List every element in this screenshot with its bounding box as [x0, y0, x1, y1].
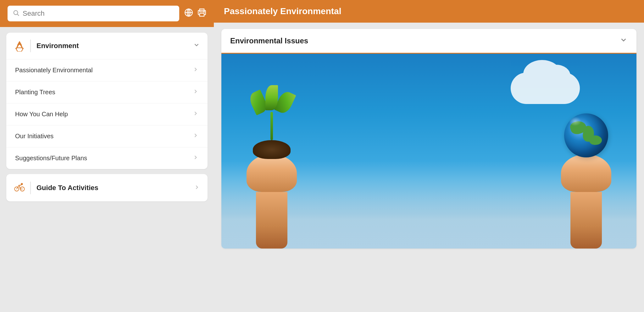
environment-chevron-down-icon [193, 41, 200, 50]
svg-line-1 [17, 14, 19, 16]
environmental-image [221, 54, 636, 249]
left-panel: ♻ Environment Passionately Environmental [0, 0, 214, 312]
leaf-center [265, 85, 278, 110]
section-divider [30, 40, 31, 52]
guide-to-activities-card[interactable]: Guide To Activities [6, 174, 208, 201]
search-header [0, 0, 214, 27]
menu-item-label: Planting Trees [15, 89, 192, 96]
search-input[interactable] [23, 9, 174, 18]
menu-item-label: How You Can Help [15, 111, 192, 118]
right-content: Environmental Issues [214, 23, 644, 312]
menu-item-label: Passionately Environmental [15, 67, 192, 74]
earth-shine [569, 117, 581, 126]
chevron-right-icon [192, 110, 199, 118]
menu-item-label: Our Initiatives [15, 133, 192, 140]
earth-globe [564, 113, 608, 157]
chevron-right-icon [192, 132, 199, 140]
content-card-header[interactable]: Environmental Issues [221, 29, 636, 54]
environment-card: ♻ Environment Passionately Environmental [6, 33, 208, 169]
svg-point-11 [21, 183, 23, 185]
right-hand-earth [561, 113, 611, 249]
plant-stem [270, 112, 273, 140]
palm-left [247, 154, 297, 192]
plant-soil [253, 140, 291, 159]
page-title: Passionately Environmental [224, 6, 341, 16]
content-chevron-down-icon [619, 36, 628, 46]
content-card: Environmental Issues [221, 29, 636, 249]
svg-point-8 [204, 11, 204, 12]
activities-divider [30, 182, 31, 194]
palm-right [561, 154, 611, 192]
chevron-right-icon [192, 66, 199, 74]
chevron-right-icon [192, 88, 199, 96]
menu-item-passionately-environmental[interactable]: Passionately Environmental [6, 59, 208, 81]
environment-section-header[interactable]: ♻ Environment [6, 33, 208, 59]
cloud-decoration [511, 73, 580, 104]
left-content: ♻ Environment Passionately Environmental [0, 27, 214, 312]
right-header: Passionately Environmental [214, 0, 644, 23]
svg-point-0 [14, 11, 18, 15]
menu-item-label: Suggestions/Future Plans [15, 155, 192, 162]
menu-item-how-you-can-help[interactable]: How You Can Help [6, 103, 208, 125]
header-icons [184, 8, 206, 19]
guide-to-activities-title: Guide To Activities [36, 184, 194, 192]
menu-item-suggestions-future-plans[interactable]: Suggestions/Future Plans [6, 147, 208, 169]
content-card-title: Environmental Issues [230, 36, 619, 45]
print-icon[interactable] [197, 8, 206, 19]
bike-icon [14, 181, 25, 194]
environment-title: Environment [36, 42, 193, 50]
menu-item-planting-trees[interactable]: Planting Trees [6, 81, 208, 103]
left-hand-plant [247, 88, 297, 249]
menu-item-our-initiatives[interactable]: Our Initiatives [6, 125, 208, 147]
land-mass-3 [589, 135, 602, 145]
recycle-icon: ♻ [14, 40, 25, 52]
guide-chevron-right-icon [194, 184, 200, 192]
search-box[interactable] [8, 6, 179, 21]
right-panel: Passionately Environmental Environmental… [214, 0, 644, 312]
search-icon [13, 9, 19, 18]
globe-icon[interactable] [184, 8, 193, 19]
chevron-right-icon [192, 154, 199, 162]
svg-rect-7 [200, 13, 204, 16]
